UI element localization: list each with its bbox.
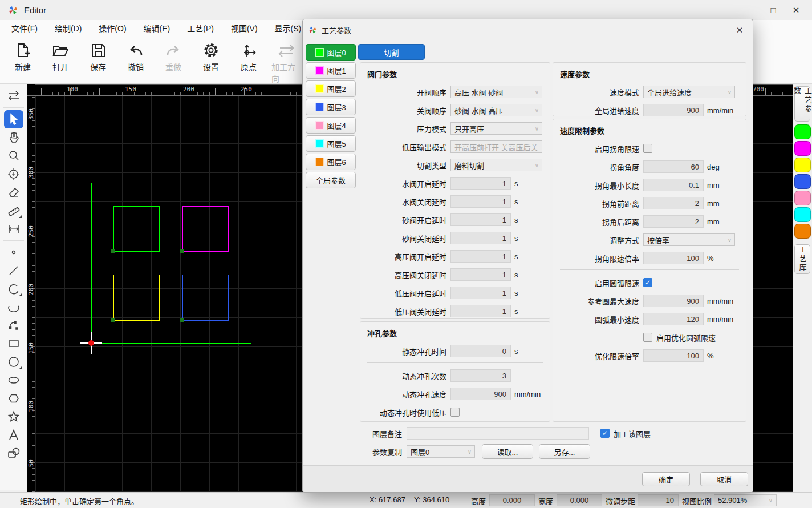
tool-ruler[interactable] — [4, 201, 23, 220]
lp-valve-close-delay-field[interactable]: 1 — [450, 305, 511, 317]
global-params-button[interactable]: 全局参数 — [306, 172, 356, 188]
layer-color-chip-pink[interactable] — [794, 191, 811, 205]
layer-button-3[interactable]: 图层3 — [306, 99, 356, 115]
layer-color-chip-green[interactable] — [794, 124, 811, 139]
open-valve-order-select[interactable]: 高压 水阀 砂阀∨ — [450, 86, 542, 98]
layer-color-chip-orange[interactable] — [794, 224, 811, 239]
adjust-mode-select[interactable]: 按倍率∨ — [643, 233, 735, 246]
pressure-mode-select[interactable]: 只开高压∨ — [450, 122, 542, 135]
dynamic-punch-speed-field[interactable]: 900 — [450, 388, 511, 400]
tool-shapes[interactable] — [4, 444, 23, 462]
settings-button[interactable]: 设置 — [196, 38, 226, 72]
maximize-button[interactable]: □ — [762, 0, 785, 20]
tool-select[interactable] — [4, 110, 23, 128]
step-field[interactable]: 10 — [638, 494, 679, 506]
param-copy-select[interactable]: 图层0∨ — [407, 445, 475, 458]
menu-draw[interactable]: 绘制(D) — [55, 22, 82, 34]
cancel-button[interactable]: 取消 — [700, 472, 748, 486]
menu-file[interactable]: 文件(F) — [11, 22, 38, 34]
tool-pan-hand[interactable] — [4, 128, 23, 147]
speed-mode-select[interactable]: 全局进给速度∨ — [643, 86, 735, 98]
close-button[interactable]: ✕ — [785, 0, 807, 20]
new-button[interactable]: 新建 — [8, 38, 38, 72]
global-feed-speed-field[interactable]: 900 — [643, 104, 704, 116]
layer-button-1[interactable]: 图层1 — [306, 62, 356, 79]
corner-limit-ratio-field[interactable]: 100 — [643, 252, 704, 264]
layer-color-chip-magenta[interactable] — [794, 141, 811, 156]
enable-corner-limit-checkbox[interactable] — [643, 144, 652, 153]
sand-valve-open-delay-field[interactable]: 1 — [450, 213, 511, 226]
menu-display[interactable]: 显示(S) — [275, 22, 302, 34]
static-punch-time-field[interactable]: 0 — [450, 345, 511, 357]
minimize-button[interactable]: – — [739, 0, 762, 20]
enable-opt-arc-limit-checkbox[interactable] — [643, 333, 652, 342]
corner-before-distance-field[interactable]: 2 — [643, 197, 704, 209]
layer-button-5[interactable]: 图层5 — [306, 135, 356, 152]
tool-arc-chord[interactable] — [4, 298, 23, 316]
layer-color-chip-yellow[interactable] — [794, 158, 811, 172]
layer-button-2[interactable]: 图层2 — [306, 80, 356, 97]
tool-move[interactable] — [4, 165, 23, 183]
lp-valve-open-delay-field[interactable]: 1 — [450, 287, 511, 299]
water-valve-open-delay-field[interactable]: 1 — [450, 177, 511, 190]
water-valve-close-delay-field[interactable]: 1 — [450, 195, 511, 208]
layer-note-input[interactable] — [407, 427, 589, 440]
tool-circle[interactable] — [4, 353, 23, 371]
tool-line[interactable] — [4, 261, 23, 280]
opt-limit-ratio-field[interactable]: 100 — [643, 349, 704, 362]
dynamic-punch-count-field[interactable]: 3 — [450, 369, 511, 382]
tool-rectangle[interactable] — [4, 334, 23, 353]
tool-swap[interactable] — [4, 87, 23, 105]
square-bottom-left[interactable] — [113, 275, 160, 321]
layer-color-chip-cyan[interactable] — [794, 207, 811, 222]
height-field[interactable]: 0.000 — [489, 494, 535, 506]
origin-button[interactable]: 原点 — [234, 38, 263, 72]
tool-star[interactable] — [4, 408, 23, 426]
menu-operate[interactable]: 操作(O) — [99, 22, 126, 34]
square-top-right[interactable] — [182, 206, 229, 252]
tool-eraser[interactable] — [4, 183, 23, 201]
layer-button-6[interactable]: 图层6 — [306, 154, 356, 170]
layer-color-chip-blue[interactable] — [794, 174, 811, 189]
square-top-left[interactable] — [113, 206, 160, 252]
dynamic-punch-low-pressure-checkbox[interactable] — [450, 408, 460, 417]
corner-min-length-field[interactable]: 0.1 — [643, 179, 704, 191]
corner-angle-field[interactable]: 60 — [643, 160, 704, 173]
tab-cut[interactable]: 切割 — [358, 44, 425, 60]
process-params-sidebar-button[interactable]: 工艺参数 — [794, 86, 810, 122]
tool-polygon[interactable] — [4, 389, 23, 408]
ref-circle-max-speed-field[interactable]: 900 — [643, 295, 704, 307]
menu-process[interactable]: 工艺(P) — [187, 22, 214, 34]
save-button[interactable]: 保存 — [83, 38, 113, 72]
process-library-sidebar-button[interactable]: 工艺库 — [794, 244, 810, 274]
layer-button-4[interactable]: 图层4 — [306, 117, 356, 134]
tool-measure[interactable] — [4, 220, 23, 238]
tool-zoom[interactable] — [4, 147, 23, 165]
ok-button[interactable]: 确定 — [642, 472, 690, 486]
sand-valve-close-delay-field[interactable]: 1 — [450, 232, 511, 244]
read-button[interactable]: 读取... — [482, 444, 533, 459]
menu-edit[interactable]: 编辑(E) — [144, 22, 170, 34]
tool-arc-polyline[interactable] — [4, 316, 23, 334]
hp-valve-open-delay-field[interactable]: 1 — [450, 250, 511, 263]
open-button[interactable]: 打开 — [46, 38, 75, 72]
menu-view[interactable]: 视图(V) — [231, 22, 258, 34]
tool-point[interactable] — [4, 243, 23, 261]
dialog-close-button[interactable]: ✕ — [731, 22, 748, 39]
undo-button[interactable]: 撤销 — [121, 38, 151, 72]
tool-text[interactable] — [4, 426, 23, 444]
corner-after-distance-field[interactable]: 2 — [643, 215, 704, 228]
hp-valve-close-delay-field[interactable]: 1 — [450, 268, 511, 281]
cut-type-select[interactable]: 磨料切割∨ — [450, 159, 542, 171]
enable-arc-limit-checkbox[interactable]: ✓ — [643, 278, 652, 287]
save-as-button[interactable]: 另存... — [539, 444, 590, 459]
zoom-select[interactable]: 52.901% ∨ — [714, 494, 777, 506]
square-bottom-right[interactable] — [182, 275, 229, 321]
tool-arc[interactable] — [4, 280, 23, 298]
process-this-layer-checkbox[interactable]: ✓ — [600, 429, 610, 438]
tool-ellipse[interactable] — [4, 371, 23, 389]
arc-min-speed-field[interactable]: 120 — [643, 313, 704, 325]
layer-button-0[interactable]: 图层0 — [306, 44, 356, 61]
close-valve-order-select[interactable]: 砂阀 水阀 高压∨ — [450, 104, 542, 116]
width-field[interactable]: 0.000 — [557, 494, 602, 506]
